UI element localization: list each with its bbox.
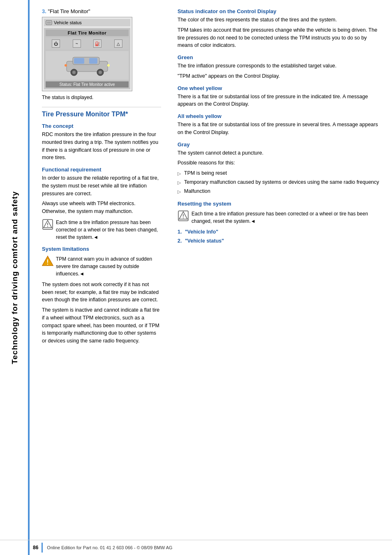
footer-bar (42, 543, 43, 553)
reset-item-1-num: 1. (178, 229, 182, 235)
reset-item-2-num: 2. (178, 238, 182, 244)
reset-heading: Resetting the system (178, 201, 380, 207)
reset-note-text: Each time a tire inflation pressure has … (191, 210, 380, 225)
system-heading: System limitations (42, 246, 161, 252)
one-wheel-heading: One wheel yellow (178, 85, 380, 91)
gray-bullet-2: ▷ Temporary malfunction caused by system… (178, 178, 380, 186)
system-warning-box: TPM cannot warn you in advance of sudden… (42, 255, 161, 278)
gray-bullet-3: ▷ Malfunction (178, 187, 380, 195)
svg-rect-4 (74, 58, 84, 64)
one-wheel-text: There is a flat tire or substantial loss… (178, 93, 380, 109)
status-intro2: TPM takes into account that tire pressur… (178, 26, 380, 49)
note-icon (42, 219, 53, 230)
svg-rect-5 (89, 58, 97, 64)
vehicle-status-box: Vehicle status Flat Tire Monitor ⏻ ~ ⛽ △ (42, 17, 132, 91)
functional-text1: In order to assure the reliable reportin… (42, 174, 161, 197)
car-svg (62, 53, 112, 78)
vs-nav-bar: Flat Tire Monitor (46, 30, 129, 36)
all-wheels-text: There is a flat tire or substantial loss… (178, 121, 380, 136)
functional-heading: Functional requirement (42, 166, 161, 173)
vs-icon-power: ⏻ (52, 39, 60, 48)
gray-bullet-1: ▷ TPM is being reset (178, 169, 380, 177)
gray-bullets-list: ▷ TPM is being reset ▷ Temporary malfunc… (178, 169, 380, 195)
status-heading: Status indicator on the Control Display (178, 8, 380, 14)
gray-bullet-text-2: Temporary malfunction caused by systems … (184, 178, 379, 186)
vs-icon-fuel: ⛽ (93, 39, 101, 48)
bullet-arrow-3: ▷ (178, 188, 181, 195)
sidebar-label: Technology for driving comfort and safet… (10, 191, 19, 364)
bullet-arrow-2: ▷ (178, 179, 181, 186)
svg-point-9 (99, 71, 102, 74)
vs-inner: Flat Tire Monitor ⏻ ~ ⛽ △ (44, 28, 130, 89)
vs-status-bar: Status: Flat Tire Monitor active (46, 81, 129, 88)
svg-point-7 (72, 71, 76, 74)
concept-heading: The concept (42, 123, 161, 129)
page-number: 86 (33, 545, 38, 550)
reset-item-1-text: "Vehicle Info" (185, 229, 218, 235)
reset-note-icon (178, 210, 189, 222)
system-text2: The system is inactive and cannot indica… (42, 306, 161, 345)
right-column: Status indicator on the Control Display … (169, 8, 392, 555)
reset-note-box: Each time a tire inflation pressure has … (178, 210, 380, 225)
main-content: 3. "Flat Tire Monitor" Vehicle status Fl… (30, 0, 392, 555)
functional-text2: Always use wheels with TPM electronics. … (42, 200, 161, 215)
gray-bullet-text-1: TPM is being reset (184, 169, 227, 177)
warning-icon (42, 255, 53, 267)
reset-item-2: 2. "Vehicle status" (178, 237, 380, 245)
car-diagram (46, 51, 129, 80)
gray-heading: Gray (178, 141, 380, 148)
gray-text1: The system cannot detect a puncture. (178, 149, 380, 157)
svg-point-15 (47, 226, 48, 227)
step3-label: 3. "Flat Tire Monitor" (42, 8, 161, 14)
footer: 86 Online Edition for Part no. 01 41 2 6… (0, 540, 392, 555)
concept-text1: RDC monitors the tire inflation pressure… (42, 131, 161, 162)
svg-point-18 (47, 264, 48, 264)
vs-icon-tire: △ (114, 39, 122, 48)
left-column: 3. "Flat Tire Monitor" Vehicle status Fl… (30, 8, 169, 555)
reset-item-1: 1. "Vehicle Info" (178, 228, 380, 236)
vs-icons-row: ⏻ ~ ⛽ △ (46, 38, 129, 49)
reset-list: 1. "Vehicle Info" 2. "Vehicle status" (178, 228, 380, 245)
system-warning-text: TPM cannot warn you in advance of sudden… (56, 255, 161, 278)
bullet-arrow-1: ▷ (178, 170, 181, 177)
gray-bullet-text-3: Malfunction (184, 187, 210, 195)
gray-text2: Possible reasons for this: (178, 159, 380, 167)
vs-nav-label: Flat Tire Monitor (68, 30, 106, 35)
vehicle-status-icon (46, 20, 52, 25)
green-text2: "TPM active" appears on the Control Disp… (178, 72, 380, 80)
main-section-title: Tire Pressure Monitor TPM* (42, 111, 161, 118)
green-heading: Green (178, 54, 380, 60)
reset-item-2-text: "Vehicle status" (185, 238, 224, 244)
functional-note-text: Each time a tire inflation pressure has … (56, 219, 161, 241)
footer-text: Online Edition for Part no. 01 41 2 603 … (47, 545, 172, 550)
sidebar: Technology for driving comfort and safet… (0, 0, 30, 555)
section-divider-1 (42, 107, 161, 107)
all-wheels-heading: All wheels yellow (178, 113, 380, 119)
caption-text: The status is displayed. (42, 95, 161, 100)
system-text1: The system does not work correctly if it… (42, 281, 161, 304)
vs-icon-temp: ~ (73, 39, 81, 48)
functional-note-box: Each time a tire inflation pressure has … (42, 219, 161, 241)
sidebar-bar (28, 0, 30, 555)
svg-point-11 (65, 64, 67, 67)
vs-title-bar: Vehicle status (44, 19, 130, 26)
green-text1: The tire inflation pressure corresponds … (178, 62, 380, 70)
svg-point-10 (107, 64, 110, 67)
status-intro1: The color of the tires represents the st… (178, 16, 380, 24)
vs-title-text: Vehicle status (54, 20, 82, 25)
svg-rect-1 (47, 21, 51, 24)
svg-point-22 (183, 217, 184, 218)
